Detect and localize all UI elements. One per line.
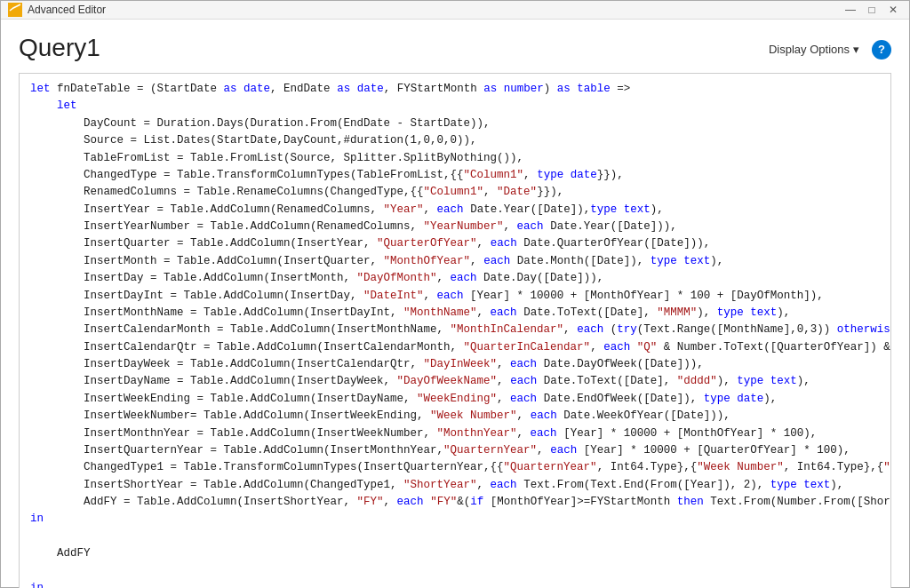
minimize-button[interactable]: — — [842, 1, 859, 19]
page-title: Query1 — [19, 34, 100, 62]
maximize-button[interactable]: □ — [863, 1, 881, 19]
app-icon — [8, 3, 22, 17]
help-button[interactable]: ? — [872, 40, 891, 60]
code-editor-container: let fnDateTable = (StartDate as date, En… — [19, 73, 891, 588]
header-right: Display Options ▾ ? — [763, 39, 891, 60]
title-bar-controls: — □ ✕ — [842, 1, 902, 19]
display-options-button[interactable]: Display Options ▾ — [763, 39, 865, 60]
code-editor[interactable]: let fnDateTable = (StartDate as date, En… — [20, 74, 890, 588]
chevron-down-icon: ▾ — [853, 43, 859, 56]
advanced-editor-window: Advanced Editor — □ ✕ Query1 Display Opt… — [0, 0, 910, 588]
display-options-label: Display Options — [769, 43, 850, 56]
title-bar: Advanced Editor — □ ✕ — [1, 1, 909, 20]
title-bar-left: Advanced Editor — [8, 3, 106, 17]
title-bar-title: Advanced Editor — [28, 4, 106, 16]
main-content: Query1 Display Options ▾ ? let fnDateTab… — [1, 20, 909, 588]
header-row: Query1 Display Options ▾ ? — [19, 34, 891, 62]
close-button[interactable]: ✕ — [884, 1, 902, 19]
